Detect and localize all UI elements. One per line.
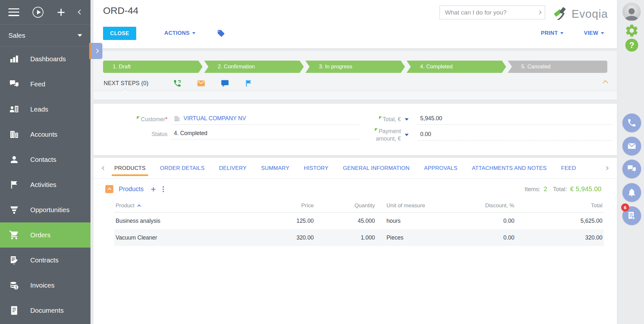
sidebar-item-opportunities[interactable]: Opportunities <box>0 197 90 222</box>
add-product-button[interactable]: + <box>151 186 156 192</box>
tab-order-details[interactable]: ORDER DETAILS <box>159 159 205 178</box>
cell-discount: 0.00 <box>469 234 516 241</box>
sidebar-item-label: Invoices <box>30 281 54 289</box>
chat-icon[interactable] <box>221 79 229 88</box>
tab-attachments-and-notes[interactable]: ATTACHMENTS AND NOTES <box>471 159 547 178</box>
sidebar-item-feed[interactable]: Feed <box>0 72 90 97</box>
products-collapse-button[interactable] <box>105 185 113 193</box>
collapse-panel-button[interactable] <box>603 80 607 86</box>
stage-in-progress[interactable]: 3. In progress <box>305 61 405 73</box>
sidebar-item-orders[interactable]: Orders <box>0 222 90 248</box>
stage-bar: 1. Draft 2. Confirmation 3. In progress … <box>103 61 607 73</box>
table-row[interactable]: Business analysis 125.00 45.000 hours 0.… <box>114 212 604 229</box>
help-button[interactable]: ? <box>625 39 638 52</box>
customer-value-field[interactable]: VIRTUAL COMPANY NV <box>171 114 359 125</box>
sidebar-item-contracts[interactable]: Contracts <box>0 248 90 273</box>
close-button[interactable]: CLOSE <box>103 27 136 40</box>
cell-product: Business analysis <box>114 218 256 224</box>
sidebar-item-invoices[interactable]: 1 Invoices <box>0 273 90 298</box>
total-label: Total: <box>553 186 567 193</box>
sidebar-item-label: Contracts <box>30 256 59 264</box>
shopping-cart-icon <box>9 230 23 240</box>
call-icon[interactable] <box>173 79 182 88</box>
next-steps-label: NEXT STEPS (0) <box>104 80 148 87</box>
table-row[interactable]: Vacuum Cleaner 320.00 1.000 Pieces 0.00 … <box>114 229 604 246</box>
run-process-button[interactable] <box>33 7 43 18</box>
call-panel-button[interactable] <box>622 113 641 132</box>
status-value-field[interactable]: 4. Completed <box>171 129 359 140</box>
cell-price: 125.00 <box>256 218 315 224</box>
quick-add-button[interactable]: + <box>57 7 65 17</box>
main-menu-button[interactable] <box>8 8 19 16</box>
column-header-price[interactable]: Price <box>256 202 315 209</box>
stage-draft[interactable]: 1. Draft <box>103 61 203 73</box>
collapse-sidebar-button[interactable] <box>79 10 82 14</box>
total-value-field[interactable]: 5,945.00 <box>418 114 612 125</box>
required-mark: * <box>165 116 167 123</box>
payment-dropdown-caret[interactable] <box>405 134 409 136</box>
right-rail: ? 6 <box>619 0 644 324</box>
chevron-right-icon <box>94 49 99 53</box>
cell-price: 320.00 <box>256 234 315 241</box>
panel-expander[interactable] <box>89 43 102 59</box>
notifications-button[interactable] <box>622 183 641 202</box>
cell-product: Vacuum Cleaner <box>114 234 256 241</box>
products-menu-button[interactable] <box>163 189 164 190</box>
sidebar-item-documents[interactable]: Documents <box>0 298 90 323</box>
tab-summary[interactable]: SUMMARY <box>260 159 290 178</box>
tab-general-information[interactable]: GENERAL INFORMATION <box>342 159 410 178</box>
cell-total: 5,625.00 <box>516 218 604 224</box>
sidebar-top-toolbar: + <box>0 0 90 24</box>
document-pencil-icon <box>9 255 23 265</box>
chevron-down-icon <box>78 34 82 37</box>
tab-history[interactable]: HISTORY <box>303 159 329 178</box>
tabs-scroll-right[interactable] <box>604 167 609 170</box>
view-dropdown[interactable]: VIEW <box>584 30 604 36</box>
tags-button[interactable] <box>217 29 225 37</box>
actions-dropdown[interactable]: ACTIONS <box>164 30 195 36</box>
column-header-quantity[interactable]: Quantity <box>315 202 376 209</box>
items-label: Items: <box>525 186 540 193</box>
tab-products[interactable]: PRODUCTS <box>114 159 146 178</box>
print-dropdown[interactable]: PRINT <box>541 30 564 36</box>
total-dropdown-caret[interactable] <box>405 118 409 121</box>
workspace-selector[interactable]: Sales <box>0 25 90 46</box>
sidebar-item-accounts[interactable]: Accounts <box>0 122 90 147</box>
customer-link[interactable]: VIRTUAL COMPANY NV <box>184 115 246 122</box>
column-header-product[interactable]: Product <box>114 202 256 209</box>
user-avatar[interactable] <box>622 3 641 21</box>
column-header-total[interactable]: Total <box>516 202 604 209</box>
sidebar-item-label: Contacts <box>30 156 56 163</box>
record-action-row: CLOSE ACTIONS PRINT VIEW <box>103 26 604 40</box>
payment-value-field[interactable]: 0.00 <box>418 130 612 141</box>
sidebar-item-label: Feed <box>30 80 45 88</box>
cell-quantity: 45.000 <box>315 218 376 224</box>
tab-feed[interactable]: FEED <box>561 159 577 178</box>
task-flag-icon[interactable] <box>244 79 253 88</box>
chat-panel-button[interactable] <box>622 160 641 178</box>
stage-canceled[interactable]: 5. Canceled <box>508 61 607 73</box>
column-header-unit[interactable]: Unit of measure <box>376 202 469 209</box>
sidebar-item-label: Orders <box>30 231 51 239</box>
search-input[interactable] <box>445 9 538 16</box>
sidebar-item-contacts[interactable]: Contacts <box>0 147 90 172</box>
search-submit[interactable] <box>538 11 541 14</box>
tab-approvals[interactable]: APPROVALS <box>423 159 458 178</box>
sidebar-item-label: Leads <box>30 105 48 113</box>
customer-label: Customer* <box>106 116 167 123</box>
sidebar-item-activities[interactable]: Activities <box>0 172 90 197</box>
products-section-title[interactable]: Products <box>119 185 144 193</box>
sidebar-item-label: Accounts <box>30 131 57 138</box>
tab-delivery[interactable]: DELIVERY <box>218 159 247 178</box>
email-panel-button[interactable] <box>622 137 641 155</box>
tabs-scroll-left[interactable] <box>101 167 107 170</box>
sidebar-item-dashboards[interactable]: Dashboards <box>0 46 90 72</box>
email-icon[interactable] <box>197 79 205 88</box>
stage-confirmation[interactable]: 2. Confirmation <box>204 61 304 73</box>
person-card-icon <box>9 104 23 114</box>
sidebar-item-leads[interactable]: Leads <box>0 97 90 122</box>
settings-button[interactable] <box>624 23 639 38</box>
play-icon <box>33 7 43 18</box>
column-header-discount[interactable]: Discount, % <box>469 202 516 209</box>
stage-completed[interactable]: 4. Completed <box>407 61 506 73</box>
